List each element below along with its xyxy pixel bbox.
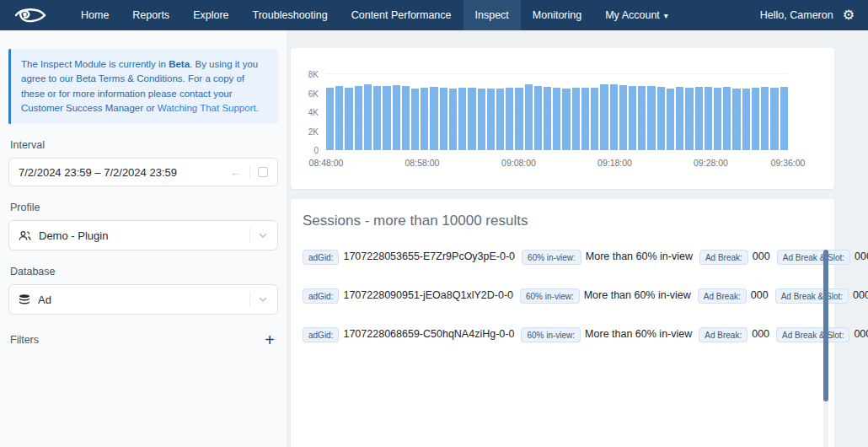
nav-item-reports[interactable]: Reports	[121, 0, 181, 30]
session-tag: adGid:1707228090951-jEOa8Q1xlY2D-0-0	[303, 287, 513, 301]
database-label: Database	[8, 266, 278, 277]
chart-bar	[638, 86, 646, 150]
filters-label: Filters	[10, 334, 39, 346]
tag-value: 000_00	[854, 328, 868, 340]
chart-bar	[752, 88, 759, 150]
x-axis-tick: 08:48:00	[309, 158, 344, 168]
tag-label: Ad Break & Slot:	[775, 288, 849, 304]
chart-bar	[402, 86, 410, 151]
chart-bar	[553, 88, 560, 150]
chart-bar	[326, 88, 334, 150]
session-tag: Ad Break & Slot:000_00	[776, 326, 868, 340]
chart-bar	[667, 89, 674, 150]
tag-value: 000_00	[853, 289, 868, 301]
gear-icon[interactable]: ⚙	[843, 8, 855, 22]
session-tag: Ad Break & Slot:000_00	[775, 287, 868, 301]
chart-bar	[657, 87, 665, 150]
nav-item-monitoring[interactable]: Monitoring	[521, 0, 593, 30]
sessions-title: Sessions - more than 10000 results	[303, 213, 811, 229]
x-axis-tick: 08:58:00	[405, 158, 440, 168]
chart-bar	[780, 87, 788, 150]
tag-value: 000	[752, 328, 769, 340]
x-axis-tick: 09:18:00	[597, 158, 632, 168]
profile-select[interactable]: Demo - Plugin	[8, 220, 278, 250]
database-value: Ad	[38, 294, 51, 306]
nav-items: HomeReportsExploreTroubleshootingContent…	[69, 0, 680, 30]
interval-label: Interval	[8, 139, 278, 151]
nav-item-content-performance[interactable]: Content Performance	[340, 0, 463, 30]
tag-value: More than 60% in-view	[584, 289, 691, 301]
y-axis-tick: 6K	[308, 89, 319, 98]
chart-bar	[619, 85, 627, 150]
left-sidebar: The Inspect Module is currently in Beta.…	[0, 30, 287, 447]
chart-bar	[468, 88, 475, 150]
chart-bar	[695, 87, 703, 150]
chart-bar	[600, 84, 608, 150]
chart-bar	[383, 86, 390, 151]
chart-bar	[373, 86, 381, 151]
profile-label: Profile	[8, 202, 278, 213]
nav-item-home[interactable]: Home	[69, 0, 121, 30]
chart-bar	[411, 89, 419, 150]
tag-label: Ad Break:	[699, 327, 747, 342]
watching-that-logo[interactable]	[13, 0, 47, 30]
session-row[interactable]: adGid:1707228090951-jEOa8Q1xlY2D-0-060% …	[303, 283, 811, 307]
chart-bar	[364, 84, 372, 150]
users-icon	[19, 230, 31, 241]
chart-bar	[685, 88, 693, 150]
session-row[interactable]: adGid:1707228053655-E7Zr9PcOy3pE-0-060% …	[303, 244, 811, 268]
add-filter-button[interactable]: +	[265, 331, 275, 348]
user-greeting: Hello, Cameron	[760, 9, 833, 21]
tag-value: 000	[753, 250, 770, 262]
nav-item-troubleshooting[interactable]: Troubleshooting	[241, 0, 340, 30]
database-icon	[19, 294, 30, 305]
nav-item-explore[interactable]: Explore	[181, 0, 240, 30]
tag-value: 1707228090951-jEOa8Q1xlY2D-0-0	[343, 289, 513, 301]
interval-value: 7/2/2024 23:59 – 7/2/2024 23:59	[19, 166, 177, 179]
chart-bar	[581, 88, 589, 150]
tag-value: 000_00	[855, 250, 868, 262]
tag-value: More than 60% in-view	[586, 250, 693, 262]
beta-notice: The Inspect Module is currently in Beta.…	[8, 49, 278, 124]
tag-label: adGid:	[303, 250, 339, 265]
x-axis-tick: 09:08:00	[501, 158, 536, 168]
calendar-checkbox-icon[interactable]	[258, 167, 268, 177]
chart-bar	[732, 89, 740, 150]
chart-bar	[487, 89, 495, 150]
tag-label: 60% in-view:	[520, 288, 580, 304]
tag-label: 60% in-view:	[522, 250, 581, 265]
chart-bar	[572, 88, 580, 150]
chart-bars	[326, 74, 788, 150]
main-content: 02K4K6K8K 08:48:0008:58:0009:08:0009:18:…	[291, 30, 834, 447]
notice-text: The Inspect Module is currently in	[21, 59, 169, 69]
chart-bar	[355, 86, 362, 150]
chart-bar	[705, 87, 712, 150]
session-tag: 60% in-view:More than 60% in-view	[521, 326, 692, 340]
nav-item-my-account[interactable]: My Account▾	[593, 0, 680, 30]
bar-chart: 02K4K6K8K 08:48:0008:58:0009:08:0009:18:…	[326, 74, 788, 150]
session-tag: Ad Break:000	[699, 326, 769, 340]
session-tag: adGid:1707228068659-C50hqNA4ziHg-0-0	[303, 326, 514, 340]
session-row[interactable]: adGid:1707228068659-C50hqNA4ziHg-0-060% …	[303, 321, 811, 346]
back-arrow-icon[interactable]: ←	[230, 166, 242, 178]
database-select[interactable]: Ad	[8, 284, 278, 315]
scrollbar-thumb[interactable]	[823, 250, 828, 401]
chart-bar	[647, 86, 655, 150]
interval-input[interactable]: 7/2/2024 23:59 – 7/2/2024 23:59 ←	[8, 158, 278, 186]
scrollbar-track[interactable]	[823, 250, 828, 447]
chart-bar	[335, 86, 343, 151]
session-tag: 60% in-view:More than 60% in-view	[520, 287, 691, 301]
nav-item-inspect[interactable]: Inspect	[463, 0, 521, 30]
chart-bar	[440, 88, 447, 150]
chart-bar	[629, 86, 636, 150]
chevron-down-icon	[258, 230, 268, 240]
chart-bar	[478, 89, 485, 150]
y-axis-tick: 2K	[308, 127, 319, 136]
support-link[interactable]: Watching That Support	[158, 103, 256, 113]
chart-bar	[676, 87, 683, 150]
chart-bar	[345, 88, 352, 150]
chart-bar	[458, 88, 466, 150]
session-tag: 60% in-view:More than 60% in-view	[522, 248, 693, 262]
tag-label: Ad Break & Slot:	[776, 327, 849, 342]
session-tag: adGid:1707228053655-E7Zr9PcOy3pE-0-0	[303, 248, 515, 262]
